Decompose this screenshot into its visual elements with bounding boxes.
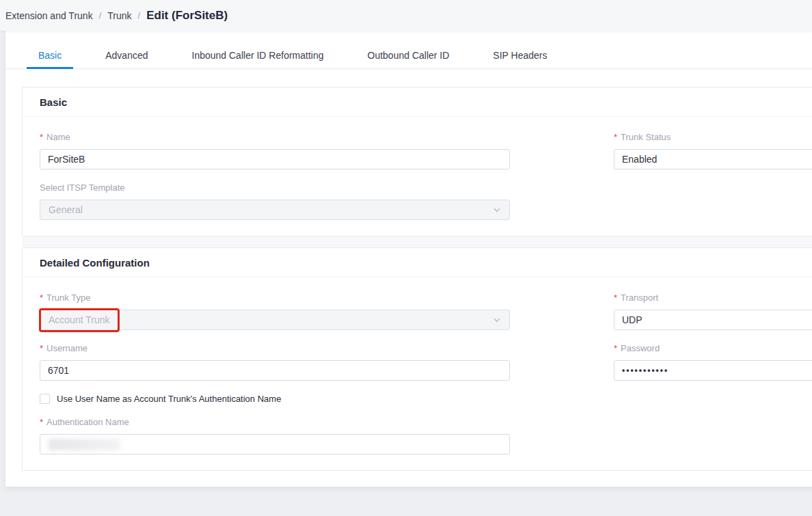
- basic-section-header: Basic: [23, 87, 812, 117]
- name-input[interactable]: [40, 149, 510, 169]
- chevron-down-icon: [493, 206, 501, 214]
- use-username-checkbox-label: Use User Name as Account Trunk's Authent…: [57, 394, 281, 404]
- tab-inbound-caller-id-reformatting[interactable]: Inbound Caller ID Reformatting: [180, 43, 336, 69]
- trunk-type-label: * Trunk Type: [40, 293, 510, 303]
- detailed-configuration-card: Detailed Configuration * Trunk Type Acco…: [22, 247, 812, 471]
- required-asterisk: *: [40, 132, 43, 142]
- username-label: * Username: [40, 343, 510, 353]
- detailed-configuration-header: Detailed Configuration: [23, 248, 812, 277]
- required-asterisk: *: [614, 132, 617, 142]
- edit-trunk-panel: Basic Advanced Inbound Caller ID Reforma…: [5, 31, 812, 487]
- tab-sip-headers[interactable]: SIP Headers: [481, 43, 558, 69]
- use-username-checkbox-row: Use User Name as Account Trunk's Authent…: [40, 394, 510, 404]
- password-field-group: * Password: [614, 343, 812, 381]
- tab-basic[interactable]: Basic: [27, 43, 73, 69]
- password-label: * Password: [614, 343, 812, 353]
- breadcrumb-trunk[interactable]: Trunk: [107, 10, 131, 21]
- trunk-type-field-group: * Trunk Type Account Trunk: [40, 293, 510, 330]
- required-asterisk: *: [614, 343, 617, 353]
- itsp-template-label: Select ITSP Template: [40, 182, 510, 193]
- itsp-template-field-group: Select ITSP Template General: [40, 182, 510, 220]
- basic-section-card: Basic * Name * Trunk Status: [22, 87, 812, 236]
- trunk-status-label: * Trunk Status: [614, 132, 812, 142]
- transport-field-group: * Transport: [614, 293, 812, 330]
- tab-advanced[interactable]: Advanced: [94, 43, 159, 69]
- itsp-template-select[interactable]: General: [40, 200, 510, 220]
- use-username-checkbox[interactable]: [40, 394, 50, 404]
- required-asterisk: *: [614, 293, 617, 303]
- authentication-name-field-group: * Authentication Name: [40, 417, 510, 454]
- name-field-group: * Name: [40, 132, 510, 169]
- detailed-configuration-title: Detailed Configuration: [40, 257, 150, 269]
- trunk-status-field-group: * Trunk Status: [614, 132, 812, 169]
- username-field-group: * Username: [40, 343, 510, 381]
- chevron-down-icon: [493, 316, 501, 324]
- breadcrumb: Extension and Trunk / Trunk / Edit (ForS…: [0, 0, 812, 31]
- trunk-status-input[interactable]: [614, 149, 812, 169]
- authentication-name-label: * Authentication Name: [40, 417, 510, 427]
- name-label: * Name: [40, 132, 510, 142]
- breadcrumb-separator: /: [93, 10, 108, 21]
- transport-label: * Transport: [614, 293, 812, 303]
- basic-section-title: Basic: [40, 96, 67, 108]
- tab-outbound-caller-id[interactable]: Outbound Caller ID: [356, 43, 461, 69]
- page-title: Edit (ForSiteB): [146, 9, 228, 23]
- breadcrumb-separator: /: [132, 10, 147, 21]
- required-asterisk: *: [40, 417, 43, 427]
- required-asterisk: *: [40, 343, 43, 353]
- trunk-type-select[interactable]: Account Trunk: [40, 310, 510, 330]
- redacted-value: [49, 439, 120, 450]
- username-input[interactable]: [40, 360, 510, 381]
- breadcrumb-extension-and-trunk[interactable]: Extension and Trunk: [5, 10, 93, 21]
- password-input[interactable]: [614, 360, 812, 381]
- card-gap: [22, 236, 812, 247]
- required-asterisk: *: [40, 293, 43, 303]
- tab-bar: Basic Advanced Inbound Caller ID Reforma…: [5, 31, 812, 69]
- authentication-name-input[interactable]: [40, 434, 510, 454]
- transport-input[interactable]: [614, 310, 812, 330]
